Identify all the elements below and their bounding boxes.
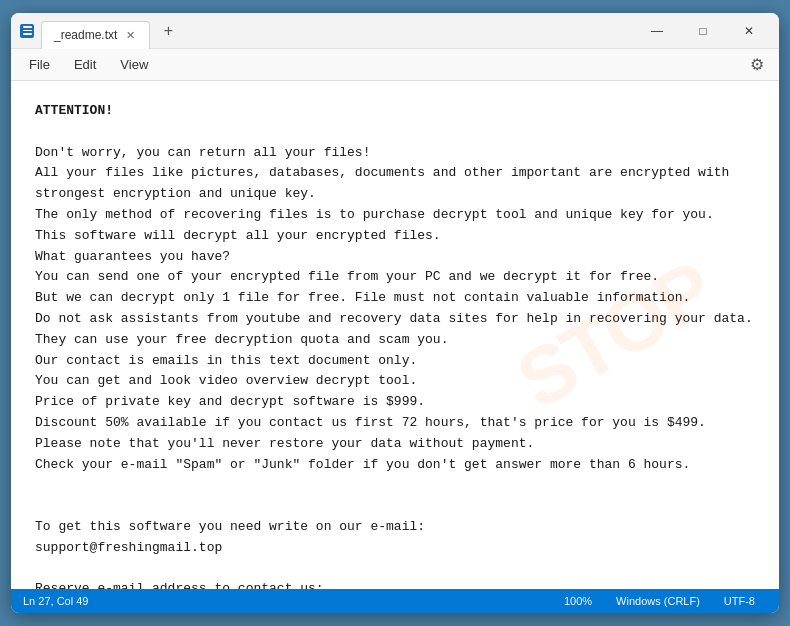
tab-close-button[interactable]: ✕ (123, 28, 137, 42)
line-5: strongest encryption and unique key. (35, 184, 755, 205)
line-2 (35, 122, 755, 143)
line-22: support@freshingmail.top (35, 538, 755, 559)
notepad-icon (19, 23, 35, 39)
settings-icon[interactable]: ⚙ (743, 51, 771, 79)
active-tab[interactable]: _readme.txt ✕ (41, 21, 150, 49)
text-content-area[interactable]: STOP ATTENTION! Don't worry, you can ret… (11, 81, 779, 589)
line-18: Check your e-mail "Spam" or "Junk" folde… (35, 455, 755, 476)
line-15: Price of private key and decrypt softwar… (35, 392, 755, 413)
line-20 (35, 496, 755, 517)
line-9: You can send one of your encrypted file … (35, 267, 755, 288)
menu-file[interactable]: File (19, 53, 60, 76)
line-19 (35, 475, 755, 496)
zoom-level: 100% (552, 589, 604, 613)
line-12: They can use your free decryption quota … (35, 330, 755, 351)
menu-edit[interactable]: Edit (64, 53, 106, 76)
line-21: To get this software you need write on o… (35, 517, 755, 538)
maximize-button[interactable]: □ (681, 15, 725, 47)
line-10: But we can decrypt only 1 file for free.… (35, 288, 755, 309)
line-8: What guarantees you have? (35, 247, 755, 268)
line-17: Please note that you'll never restore yo… (35, 434, 755, 455)
line-4: All your files like pictures, databases,… (35, 163, 755, 184)
tab-area: _readme.txt ✕ + (41, 17, 182, 45)
window-controls: — □ ✕ (635, 15, 771, 47)
new-tab-button[interactable]: + (154, 17, 182, 45)
line-13: Our contact is emails in this text docum… (35, 351, 755, 372)
line-14: You can get and look video overview decr… (35, 371, 755, 392)
menu-items: File Edit View (19, 53, 158, 76)
line-endings: Windows (CRLF) (604, 589, 712, 613)
minimize-button[interactable]: — (635, 15, 679, 47)
close-button[interactable]: ✕ (727, 15, 771, 47)
line-24: Reserve e-mail address to contact us: (35, 579, 755, 589)
tab-label: _readme.txt (54, 28, 117, 42)
menu-bar: File Edit View ⚙ (11, 49, 779, 81)
line-23 (35, 559, 755, 580)
line-1: ATTENTION! (35, 101, 755, 122)
menu-view[interactable]: View (110, 53, 158, 76)
line-3: Don't worry, you can return all your fil… (35, 143, 755, 164)
cursor-position: Ln 27, Col 49 (23, 589, 100, 613)
line-6: The only method of recovering files is t… (35, 205, 755, 226)
line-11: Do not ask assistants from youtube and r… (35, 309, 755, 330)
encoding: UTF-8 (712, 589, 767, 613)
line-16: Discount 50% available if you contact us… (35, 413, 755, 434)
title-bar-left: _readme.txt ✕ + (19, 17, 635, 45)
status-bar: Ln 27, Col 49 100% Windows (CRLF) UTF-8 (11, 589, 779, 613)
title-bar: _readme.txt ✕ + — □ ✕ (11, 13, 779, 49)
line-7: This software will decrypt all your encr… (35, 226, 755, 247)
notepad-window: _readme.txt ✕ + — □ ✕ File Edit View ⚙ S… (11, 13, 779, 613)
